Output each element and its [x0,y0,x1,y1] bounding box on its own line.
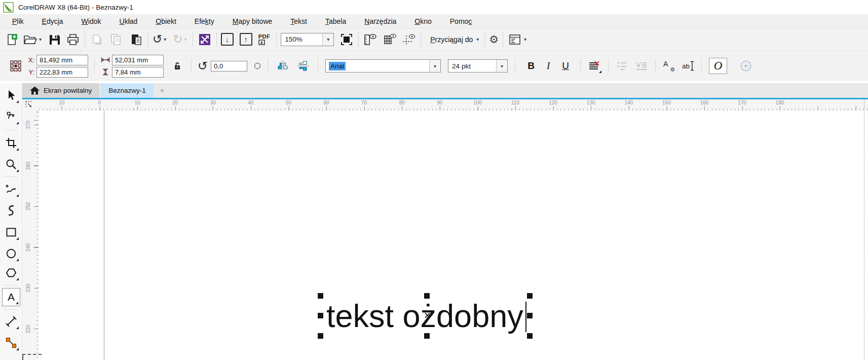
redo-icon[interactable]: ↻ [173,33,182,45]
window-title: CorelDRAW X8 (64-Bit) - Beznazwy-1 [18,4,133,11]
menu-edycja[interactable]: Edycja [36,15,69,27]
dimension-tool[interactable] [2,312,20,331]
y-position-field[interactable]: 222,83 mm [36,67,88,78]
object-width-field[interactable]: 52,031 mm [112,55,164,65]
add-property-button[interactable] [738,58,753,74]
publish-pdf-button[interactable]: PDF [258,34,271,45]
character-formatting-button[interactable]: A ⚙ [662,60,675,72]
selection-handle-top-center[interactable] [424,293,430,299]
ruler-origin-corner[interactable] [22,99,39,111]
snap-to-dropdown-icon[interactable]: ▾ [475,37,480,42]
ellipse-tool[interactable] [2,244,20,263]
undo-icon[interactable]: ↺ [153,33,162,45]
selection-handle-bottom-center[interactable] [424,333,430,339]
menu-obiekt[interactable]: Obiekt [150,15,181,27]
text-alignment-button[interactable] [587,58,602,74]
copy-button[interactable] [108,32,124,47]
mirror-horizontal-button[interactable] [275,58,290,74]
zoom-level-combobox[interactable]: 150% ▾ [281,33,334,46]
menu-tekst[interactable]: Tekst [285,15,313,27]
menu-widok[interactable]: Widok [76,15,107,27]
menu-mapy-bitowe[interactable]: Mapy bitowe [227,15,278,27]
rotation-angle-field[interactable]: 0,0 [211,61,247,71]
show-guidelines-button[interactable] [401,32,417,47]
print-button[interactable] [65,32,81,47]
open-document-button[interactable] [22,32,37,47]
home-icon [30,86,40,95]
italic-button[interactable]: I [540,58,557,74]
zoom-tool[interactable] [2,155,20,173]
crop-tool[interactable] [2,134,20,152]
new-tab-button[interactable]: + [154,83,171,98]
selection-handle-middle-left[interactable] [318,313,323,318]
save-button[interactable] [47,32,62,47]
ruler-origin-icon [24,100,36,111]
object-width-icon [101,57,110,63]
horizontal-ruler[interactable]: 1001020304050607080901001101201301401501… [39,99,868,111]
underline-button[interactable]: U [557,58,574,74]
font-name-value: Arial [329,62,346,70]
font-size-combobox[interactable]: 24 pkt ▾ [448,59,508,73]
tab-document[interactable]: Beznazwy-1 [101,83,154,98]
font-list-dropdown-button[interactable]: ▾ [429,60,440,72]
show-rulers-button[interactable] [363,32,378,47]
degree-ring-icon [254,63,260,69]
lock-ratio-icon[interactable] [170,58,185,74]
pick-tool[interactable] [2,86,20,104]
menu-plik[interactable]: Plik [7,15,29,27]
opentype-interactive-button[interactable]: O [709,58,727,74]
cut-button[interactable] [89,32,104,47]
bulleted-list-button[interactable] [615,58,630,74]
menu-tabela[interactable]: Tabela [320,15,352,27]
vertical-ruler[interactable]: 270260250240230220 [22,111,39,360]
open-dropdown-icon[interactable]: ▾ [37,37,43,42]
drop-cap-button[interactable] [634,58,649,74]
search-content-button[interactable] [197,32,212,47]
edit-text-button[interactable]: ab [682,61,694,71]
fullscreen-preview-button[interactable] [339,32,354,47]
freehand-tool[interactable] [2,180,20,198]
selection-handle-bottom-left[interactable] [318,333,323,339]
bold-button[interactable]: B [522,58,540,74]
paste-button[interactable] [129,32,144,47]
menu-narzedzia[interactable]: Narzędzia [359,15,402,27]
title-bar: CorelDRAW X8 (64-Bit) - Beznazwy-1 [0,0,868,14]
selection-handle-top-left[interactable] [318,293,323,299]
tab-welcome-screen[interactable]: Ekran powitalny [22,83,99,98]
rectangle-tool[interactable] [2,223,20,241]
menu-efekty[interactable]: Efekty [189,15,220,27]
shape-tool[interactable] [2,107,20,126]
export-button[interactable]: ↑ [240,33,252,46]
mirror-vertical-button[interactable] [295,58,311,74]
text-tool-glyph: A [8,291,15,303]
undo-dropdown-icon[interactable]: ▾ [162,37,168,42]
selection-handle-top-right[interactable] [527,293,533,299]
tab-document-label: Beznazwy-1 [108,87,146,94]
workspace-button[interactable] [507,32,522,47]
options-gear-icon[interactable]: ⚙ [489,33,499,46]
connector-tool[interactable] [2,334,20,352]
selection-handle-bottom-right[interactable] [527,333,533,339]
new-document-button[interactable] [4,32,19,47]
curve-tool[interactable] [2,201,20,220]
property-bar: X: 81,492 mm Y: 222,83 mm 52,031 mm 7,84… [0,51,868,81]
menu-bar: Plik Edycja Widok Układ Obiekt Efekty Ma… [0,14,868,28]
workspace-dropdown-icon[interactable]: ▾ [522,37,528,42]
object-height-field[interactable]: 7,84 mm [112,67,164,78]
polygon-tool[interactable] [2,264,20,282]
font-list-combobox[interactable]: Arial ▾ [325,59,441,73]
menu-uklad[interactable]: Układ [114,15,143,27]
text-tool[interactable]: A [2,288,20,306]
selection-handle-middle-right[interactable] [527,313,533,318]
menu-pomoc[interactable]: Pomoc [444,15,478,27]
snap-to-button[interactable]: Przyciągaj do [430,35,473,44]
zoom-dropdown-button[interactable]: ▾ [322,33,333,46]
drawing-canvas[interactable]: tekst ożdobny [39,111,868,360]
show-grid-button[interactable] [382,32,397,47]
font-size-dropdown-button[interactable]: ▾ [496,60,507,72]
selection-center-marker[interactable] [425,312,431,318]
import-button[interactable]: ↓ [221,33,234,46]
redo-dropdown-icon[interactable]: ▾ [183,37,188,42]
menu-okno[interactable]: Okno [409,15,437,27]
x-position-field[interactable]: 81,492 mm [36,55,88,65]
